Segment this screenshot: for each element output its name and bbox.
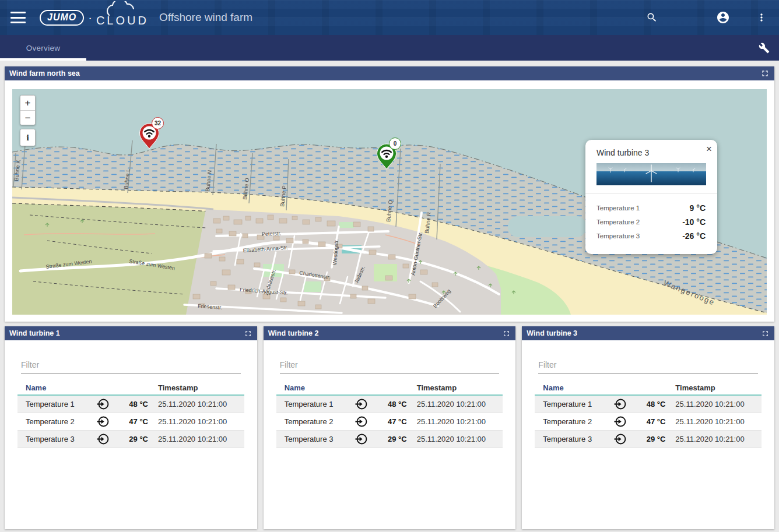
- row-value: 47 °C: [114, 417, 148, 426]
- row-value: 47 °C: [631, 417, 665, 426]
- table-row: Temperature 2 47 °C 25.11.2020 10:21:00: [17, 413, 244, 431]
- row-timestamp: 25.11.2020 10:21:00: [675, 417, 744, 426]
- table-row: Temperature 1 48 °C 25.11.2020 10:21:00: [276, 396, 503, 413]
- popup-row: Temperature 2 -10 °C: [596, 217, 706, 227]
- row-value: 29 °C: [631, 435, 665, 443]
- close-icon[interactable]: ×: [706, 144, 712, 154]
- popup-row-value: -26 °C: [682, 231, 706, 241]
- map-panel-title: Wind farm north sea: [9, 69, 80, 77]
- panel-wind-turbine-2: Wind turbine 2 Name Timestamp Temperatur…: [264, 326, 516, 529]
- table-row: Temperature 2 47 °C 25.11.2020 10:21:00: [276, 413, 503, 431]
- info-button[interactable]: i: [20, 129, 35, 146]
- filter-input[interactable]: [538, 358, 758, 374]
- map[interactable]: Straße zum WestenStraße zum WestenPeters…: [12, 89, 767, 315]
- cloud-logo: CLOUD: [96, 8, 149, 27]
- filter-input[interactable]: [21, 358, 241, 374]
- row-value: 29 °C: [373, 435, 407, 443]
- turbine-photo: [596, 163, 706, 185]
- column-header-timestamp: Timestamp: [158, 383, 198, 392]
- tab-overview[interactable]: Overview: [0, 35, 86, 61]
- row-timestamp: 25.11.2020 10:21:00: [675, 435, 744, 443]
- jumo-logo: JUMO: [40, 10, 84, 26]
- table-row: Temperature 1 48 °C 25.11.2020 10:21:00: [17, 396, 244, 413]
- column-header-name: Name: [17, 383, 91, 392]
- row-name: Temperature 2: [276, 417, 350, 426]
- turbine-cards-row: Wind turbine 1 Name Timestamp Temperatur…: [5, 326, 774, 529]
- zoom-out-button[interactable]: −: [20, 110, 35, 125]
- row-value: 29 °C: [114, 435, 148, 443]
- panel-title: Wind turbine 1: [9, 329, 60, 337]
- map-panel: Wind farm north sea: [5, 66, 774, 322]
- cloud-icon: [107, 1, 143, 16]
- input-signal-icon: [91, 432, 114, 446]
- column-header-timestamp: Timestamp: [675, 383, 715, 392]
- search-icon[interactable]: [644, 9, 660, 26]
- data-table: Name Timestamp Temperature 1 48 °C 25.11…: [535, 380, 762, 448]
- data-table: Name Timestamp Temperature 1 48 °C 25.11…: [17, 380, 244, 448]
- row-timestamp: 25.11.2020 10:21:00: [675, 400, 744, 408]
- fullscreen-icon[interactable]: [760, 69, 770, 78]
- column-header-name: Name: [535, 383, 608, 392]
- popup-title: Wind turbine 3: [585, 140, 717, 157]
- popup-row-name: Temperature 3: [596, 232, 640, 239]
- row-timestamp: 25.11.2020 10:21:00: [417, 435, 486, 443]
- filter-input[interactable]: [280, 358, 500, 374]
- map-panel-header: Wind farm north sea: [5, 66, 774, 80]
- row-value: 48 °C: [114, 400, 148, 408]
- map-marker-red[interactable]: 32: [139, 123, 160, 150]
- map-info-control: i: [20, 129, 36, 146]
- fullscreen-icon[interactable]: [761, 329, 770, 338]
- page-title: Offshore wind farm: [159, 11, 252, 24]
- map-popup: Wind turbine 3 ×: [585, 140, 717, 254]
- row-name: Temperature 2: [535, 417, 608, 426]
- fullscreen-icon[interactable]: [244, 329, 252, 338]
- table-header-row: Name Timestamp: [17, 380, 244, 396]
- more-menu-icon[interactable]: [753, 9, 770, 26]
- wrench-icon[interactable]: [756, 40, 772, 56]
- row-value: 47 °C: [373, 417, 407, 426]
- row-name: Temperature 1: [276, 400, 350, 408]
- table-row: Temperature 2 47 °C 25.11.2020 10:21:00: [535, 413, 762, 431]
- input-signal-icon: [350, 415, 373, 428]
- row-name: Temperature 1: [535, 400, 608, 408]
- input-signal-icon: [91, 397, 114, 411]
- row-timestamp: 25.11.2020 10:21:00: [158, 417, 227, 426]
- app-bar: JUMO · CLOUD Offshore wind farm: [0, 0, 779, 35]
- row-value: 48 °C: [631, 400, 665, 408]
- map-label-street: Peterstr.: [262, 230, 282, 237]
- logo-separator: ·: [88, 11, 92, 24]
- row-name: Temperature 1: [17, 400, 91, 408]
- map-marker-green-1[interactable]: 0: [376, 143, 397, 170]
- zoom-in-button[interactable]: +: [20, 96, 35, 110]
- row-name: Temperature 2: [17, 417, 91, 426]
- popup-row-name: Temperature 1: [596, 205, 640, 212]
- row-timestamp: 25.11.2020 10:21:00: [158, 435, 227, 443]
- table-header-row: Name Timestamp: [535, 380, 762, 396]
- panel-title: Wind turbine 2: [268, 329, 319, 337]
- row-timestamp: 25.11.2020 10:21:00: [417, 417, 486, 426]
- table-header-row: Name Timestamp: [276, 380, 503, 396]
- menu-icon[interactable]: [10, 12, 26, 23]
- row-name: Temperature 3: [535, 435, 608, 443]
- row-name: Temperature 3: [17, 435, 91, 443]
- column-header-name: Name: [276, 383, 350, 392]
- column-header-timestamp: Timestamp: [417, 383, 457, 392]
- table-row: Temperature 3 29 °C 25.11.2020 10:21:00: [276, 431, 503, 448]
- popup-row-name: Temperature 2: [596, 219, 640, 226]
- input-signal-icon: [608, 432, 631, 446]
- table-row: Temperature 3 29 °C 25.11.2020 10:21:00: [535, 431, 762, 448]
- marker-badge: 32: [152, 117, 164, 129]
- map-zoom-control: + −: [20, 95, 36, 125]
- panel-title: Wind turbine 3: [527, 329, 577, 337]
- data-table: Name Timestamp Temperature 1 48 °C 25.11…: [276, 380, 503, 448]
- account-icon[interactable]: [714, 8, 732, 27]
- input-signal-icon: [608, 415, 631, 428]
- fullscreen-icon[interactable]: [502, 329, 511, 338]
- tab-bar: Overview: [0, 35, 779, 61]
- input-signal-icon: [608, 397, 631, 411]
- panel-header: Wind turbine 1: [5, 326, 257, 340]
- input-signal-icon: [350, 397, 373, 411]
- jumo-cloud-logo: JUMO · CLOUD: [40, 8, 149, 27]
- popup-row: Temperature 3 -26 °C: [596, 231, 706, 241]
- marker-badge: 0: [389, 138, 401, 150]
